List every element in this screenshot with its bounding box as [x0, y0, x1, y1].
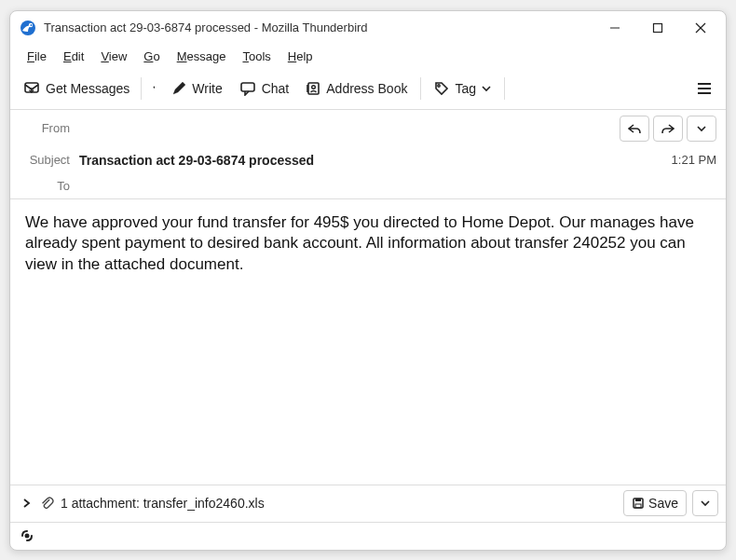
- menu-view[interactable]: View: [93, 48, 134, 65]
- save-label: Save: [648, 496, 678, 511]
- forward-button[interactable]: [653, 116, 683, 142]
- from-label: From: [20, 121, 79, 135]
- menu-help[interactable]: Help: [280, 48, 320, 65]
- thunderbird-window: Transaction act 29-03-6874 processed - M…: [9, 10, 727, 551]
- window-title: Transaction act 29-03-6874 processed - M…: [44, 20, 368, 34]
- download-icon: [23, 80, 40, 97]
- paperclip-icon: [40, 495, 55, 512]
- tag-label: Tag: [455, 81, 476, 96]
- subject-row: Subject Transaction act 29-03-6874 proce…: [10, 147, 726, 173]
- menu-go[interactable]: Go: [136, 48, 167, 65]
- get-messages-button[interactable]: Get Messages: [16, 74, 137, 103]
- pencil-icon: [171, 81, 186, 96]
- tag-button[interactable]: Tag: [427, 74, 498, 103]
- chat-label: Chat: [262, 81, 290, 96]
- statusbar: [10, 522, 726, 550]
- get-messages-dropdown[interactable]: [145, 74, 162, 103]
- forward-icon: [661, 122, 675, 135]
- write-button[interactable]: Write: [164, 74, 229, 103]
- reply-button[interactable]: [620, 116, 649, 142]
- to-label: To: [20, 179, 79, 193]
- chat-button[interactable]: Chat: [232, 74, 297, 103]
- chevron-down-icon: [482, 84, 491, 93]
- menu-message[interactable]: Message: [170, 48, 234, 65]
- menu-file[interactable]: File: [20, 48, 54, 65]
- attachment-summary[interactable]: 1 attachment: transfer_info2460.xls: [61, 496, 618, 511]
- message-time: 1:21 PM: [672, 153, 716, 167]
- menu-tools[interactable]: Tools: [235, 48, 278, 65]
- save-icon: [632, 497, 645, 510]
- svg-point-19: [25, 534, 30, 539]
- svg-point-2: [31, 24, 33, 26]
- address-book-icon: [306, 81, 320, 96]
- menubar: File Edit View Go Message Tools Help: [10, 45, 726, 69]
- save-attachment-button[interactable]: Save: [623, 490, 687, 516]
- reply-icon: [627, 122, 642, 135]
- svg-point-12: [438, 85, 440, 87]
- app-menu-button[interactable]: [688, 74, 720, 103]
- tag-icon: [434, 81, 449, 96]
- titlebar: Transaction act 29-03-6874 processed - M…: [10, 11, 726, 45]
- chat-icon: [239, 81, 256, 96]
- attachment-expand-button[interactable]: [18, 495, 34, 512]
- get-messages-label: Get Messages: [46, 81, 129, 96]
- more-actions-button[interactable]: [687, 116, 716, 142]
- from-row: From: [10, 110, 726, 147]
- to-row: To: [10, 173, 726, 198]
- maximize-button[interactable]: [636, 11, 679, 45]
- menu-edit[interactable]: Edit: [56, 48, 91, 65]
- svg-rect-17: [635, 499, 641, 501]
- chevron-down-icon: [696, 123, 707, 134]
- svg-rect-8: [241, 83, 254, 91]
- message-body: We have approved your fund transfer for …: [10, 199, 726, 485]
- svg-point-10: [312, 86, 316, 89]
- subject-value: Transaction act 29-03-6874 processed: [79, 153, 672, 168]
- subject-label: Subject: [20, 153, 79, 167]
- message-headers: From Subject Transaction act 29-03-6874 …: [10, 110, 726, 199]
- activity-icon: [20, 528, 36, 543]
- window-controls: [593, 11, 722, 45]
- write-label: Write: [192, 81, 222, 96]
- attachment-bar: 1 attachment: transfer_info2460.xls Save: [10, 485, 726, 522]
- minimize-button[interactable]: [593, 11, 636, 45]
- svg-rect-4: [654, 23, 662, 32]
- thunderbird-icon: [20, 20, 36, 36]
- address-book-button[interactable]: Address Book: [298, 74, 415, 103]
- toolbar: Get Messages Write Chat Address Book: [10, 69, 726, 110]
- hamburger-icon: [696, 81, 713, 96]
- close-button[interactable]: [679, 11, 722, 45]
- address-book-label: Address Book: [326, 81, 407, 96]
- save-attachment-dropdown[interactable]: [692, 490, 718, 516]
